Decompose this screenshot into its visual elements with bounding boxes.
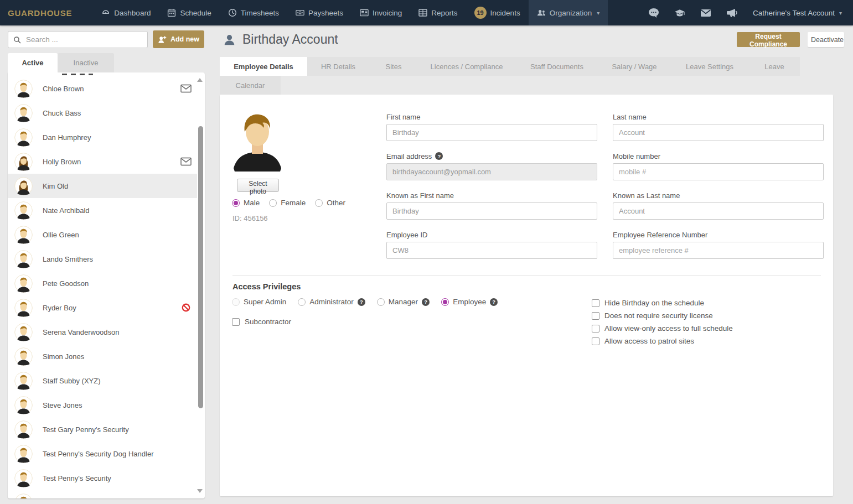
add-new-button[interactable]: Add new [153, 30, 204, 48]
employee-row-ryder-boy[interactable]: Ryder Boy [8, 295, 197, 320]
employee-row-chloe-brown[interactable]: Chloe Brown [8, 76, 197, 101]
gender-option-female[interactable]: Female [269, 199, 306, 207]
envelope-icon[interactable] [180, 157, 192, 166]
person-add-icon [158, 35, 167, 44]
employee-row-staff-subby-xyz[interactable]: Staff Subby (XYZ) [8, 368, 197, 393]
scrollbar-down-arrow[interactable] [197, 489, 203, 493]
option-does-not-require-security-license[interactable]: Does not require security license [592, 309, 733, 322]
radio-administrator[interactable] [298, 298, 306, 306]
employee-row-lando-smithers[interactable]: Lando Smithers [8, 247, 197, 271]
scrollbar-up-arrow[interactable] [197, 78, 203, 82]
input-first-name[interactable] [386, 124, 597, 141]
role-option-employee[interactable]: Employee? [441, 298, 498, 306]
nav-item-label: Organization [550, 9, 592, 17]
help-icon[interactable]: ? [422, 298, 430, 306]
help-icon[interactable]: ? [358, 298, 365, 306]
app-logo[interactable]: GUARDHOUSE [8, 8, 72, 18]
option-hide-birthday-on-the-schedule[interactable]: Hide Birthday on the schedule [592, 297, 733, 309]
checkbox-hide-birthday-on-the-schedule[interactable] [592, 299, 599, 307]
input-employee-reference-number[interactable] [613, 242, 824, 259]
radio-super-admin[interactable] [232, 298, 240, 306]
nav-item-reports[interactable]: Reports [410, 0, 466, 25]
subcontractor-option[interactable]: Subcontractor [232, 318, 291, 326]
employee-row-steve-jones[interactable]: Steve Jones [8, 393, 197, 417]
tab-licences-compliance[interactable]: Licences / Compliance [418, 57, 515, 76]
help-icon[interactable]: ? [490, 298, 498, 306]
nav-item-incidents[interactable]: 19Incidents [466, 0, 529, 25]
radio-male[interactable] [232, 199, 240, 207]
gender-option-male[interactable]: Male [232, 199, 260, 207]
employee-row-test-gary-penny-s-security[interactable]: Test Gary Penny's Security [8, 417, 197, 441]
tab-salary-wage[interactable]: Salary / Wage [598, 57, 670, 76]
nav-item-dashboard[interactable]: Dashboard [93, 0, 159, 25]
tab-leave[interactable]: Leave [749, 57, 800, 76]
field-last-name: Last name [613, 112, 824, 141]
help-icon[interactable]: ? [435, 152, 443, 160]
employee-row-pete-goodson[interactable]: Pete Goodson [8, 271, 197, 295]
avatar [14, 128, 33, 147]
option-allow-view-only-access-to-full-schedule[interactable]: Allow view-only access to full schedule [592, 322, 733, 335]
input-mobile-number[interactable] [613, 163, 824, 180]
scrollbar-thumb[interactable] [198, 126, 203, 408]
employee-row-kim-old[interactable]: Kim Old [8, 174, 197, 198]
sidebar-tab-inactive[interactable]: Inactive [58, 53, 114, 72]
input-known-as-last-name[interactable] [613, 202, 824, 220]
nav-item-invoicing[interactable]: Invoicing [351, 0, 410, 25]
role-option-administrator[interactable]: Administrator? [298, 298, 365, 306]
avatar [14, 372, 33, 390]
employee-row-holly-brown[interactable]: Holly Brown [8, 149, 197, 174]
employee-name: Simon Jones [43, 352, 84, 361]
employee-row-dan-humphrey[interactable]: Dan Humphrey [8, 125, 197, 149]
tab-hr-details[interactable]: HR Details [307, 57, 369, 76]
tab-sites[interactable]: Sites [369, 57, 418, 76]
input-last-name[interactable] [613, 124, 824, 141]
gender-option-other[interactable]: Other [315, 199, 345, 207]
employee-name: Ryder Boy [43, 304, 76, 312]
employee-row-serena-vanderwoodson[interactable]: Serena Vanderwoodson [8, 320, 197, 344]
megaphone-icon[interactable] [726, 8, 737, 18]
nav-item-organization[interactable]: Organization▾ [529, 0, 608, 25]
radio-other[interactable] [315, 199, 323, 207]
tab-calendar[interactable]: Calendar [220, 76, 281, 95]
subcontractor-checkbox[interactable] [232, 318, 240, 326]
nav-item-paysheets[interactable]: Paysheets [287, 0, 351, 25]
employee-row-nate-archibald[interactable]: Nate Archibald [8, 198, 197, 222]
checkbox-allow-access-to-patrol-sites[interactable] [592, 337, 599, 345]
role-option-manager[interactable]: Manager? [377, 298, 430, 306]
account-menu[interactable]: Catherine's Test Account ▾ [753, 9, 842, 17]
input-employee-id[interactable] [386, 242, 597, 259]
tab-leave-settings[interactable]: Leave Settings [670, 57, 749, 76]
field-known-as-last-name: Known as Last name [613, 191, 824, 220]
employee-row-chuck-bass[interactable]: Chuck Bass [8, 101, 197, 125]
field-label: Known as Last name [613, 191, 824, 200]
tab-employee-details[interactable]: Employee Details [220, 57, 307, 76]
employee-row-ollie-green[interactable]: Ollie Green [8, 222, 197, 247]
envelope-icon[interactable] [180, 84, 192, 93]
avatar [14, 445, 33, 463]
radio-employee[interactable] [441, 298, 449, 306]
mail-icon[interactable] [700, 8, 711, 18]
nav-item-timesheets[interactable]: Timesheets [220, 0, 287, 25]
comment-icon[interactable] [648, 8, 659, 18]
radio-manager[interactable] [377, 298, 385, 306]
tab-staff-documents[interactable]: Staff Documents [515, 57, 598, 76]
nav-item-label: Invoicing [373, 9, 402, 17]
checkbox-does-not-require-security-license[interactable] [592, 312, 599, 320]
input-email-address[interactable] [386, 163, 597, 180]
select-photo-button[interactable]: Select photo [237, 179, 279, 192]
request-compliance-button[interactable]: Request Compliance [737, 32, 800, 47]
option-allow-access-to-patrol-sites[interactable]: Allow access to patrol sites [592, 335, 733, 347]
topnav-items: DashboardScheduleTimesheetsPaysheetsInvo… [93, 0, 608, 25]
graduation-cap-icon[interactable] [674, 8, 685, 18]
nav-item-schedule[interactable]: Schedule [159, 0, 219, 25]
role-option-super-admin[interactable]: Super Admin [232, 298, 286, 306]
input-known-as-first-name[interactable] [386, 202, 597, 220]
checkbox-allow-view-only-access-to-full-schedule[interactable] [592, 325, 599, 332]
employee-row-simon-jones[interactable]: Simon Jones [8, 344, 197, 368]
search-input[interactable] [25, 35, 147, 44]
radio-female[interactable] [269, 199, 277, 207]
employee-row-test-penny-s-security-dog-handler[interactable]: Test Penny's Security Dog Handler [8, 441, 197, 466]
sidebar-tab-active[interactable]: Active [8, 53, 58, 72]
deactivate-button[interactable]: Deactivate [808, 32, 844, 47]
employee-row-test-penny-s-security[interactable]: Test Penny's Security [8, 466, 197, 490]
